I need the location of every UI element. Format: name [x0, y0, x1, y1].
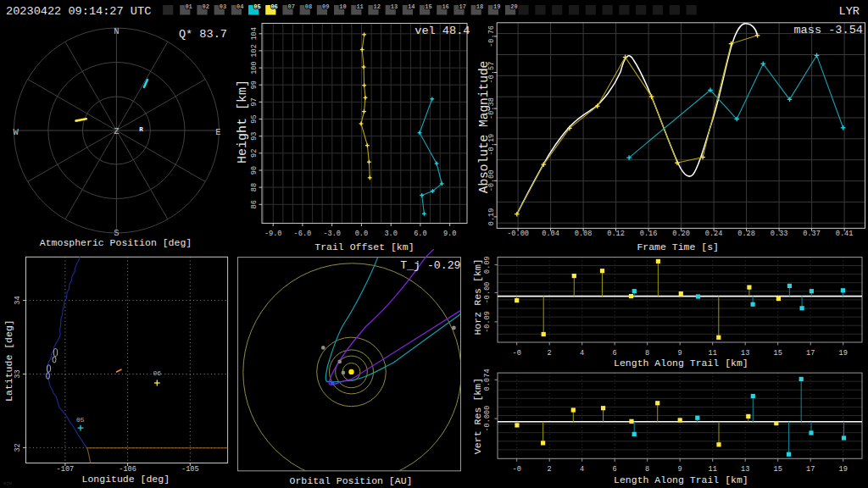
svg-text:93: 93 — [250, 132, 259, 141]
svg-text:100: 100 — [250, 61, 259, 74]
svg-text:-6.0: -6.0 — [294, 230, 312, 238]
svg-text:17: 17 — [806, 349, 815, 358]
svg-text:Height [km]: Height [km] — [236, 80, 250, 164]
svg-text:18: 18 — [476, 3, 483, 10]
svg-text:-0: -0 — [513, 465, 521, 474]
svg-text:0.37: 0.37 — [803, 230, 821, 238]
svg-text:0.16: 0.16 — [640, 230, 658, 238]
svg-text:17: 17 — [459, 3, 466, 10]
svg-text:97: 97 — [250, 97, 259, 106]
svg-text:09: 09 — [322, 3, 329, 10]
svg-text:Trail Offset [km]: Trail Offset [km] — [314, 241, 414, 252]
svg-text:Longitude [deg]: Longitude [deg] — [82, 474, 170, 485]
svg-text:-9.0: -9.0 — [264, 230, 282, 238]
svg-text:0.33: 0.33 — [771, 230, 788, 238]
svg-text:13: 13 — [741, 465, 749, 474]
svg-text:mjw: mjw — [3, 480, 13, 486]
svg-text:vel 48.4: vel 48.4 — [415, 25, 470, 37]
svg-text:0.24: 0.24 — [705, 230, 723, 238]
svg-text:-3.0: -3.0 — [323, 230, 341, 238]
svg-text:9: 9 — [678, 465, 682, 474]
svg-text:R: R — [139, 126, 143, 133]
svg-text:0.12: 0.12 — [607, 230, 625, 238]
svg-text:19: 19 — [493, 3, 500, 10]
svg-text:0.074: 0.074 — [483, 369, 492, 391]
svg-text:92: 92 — [250, 149, 259, 158]
svg-text:15: 15 — [774, 465, 782, 474]
svg-text:19: 19 — [839, 349, 848, 358]
svg-text:2: 2 — [548, 349, 552, 358]
svg-text:2: 2 — [548, 465, 552, 474]
svg-text:-105: -105 — [181, 465, 199, 474]
svg-text:02: 02 — [203, 3, 209, 10]
svg-text:6: 6 — [613, 349, 617, 358]
svg-text:E: E — [215, 127, 220, 137]
svg-text:0.19: 0.19 — [487, 208, 496, 226]
svg-text:04: 04 — [236, 3, 243, 10]
svg-text:104: 104 — [250, 27, 259, 40]
svg-text:13: 13 — [741, 349, 749, 358]
svg-text:05: 05 — [253, 3, 260, 10]
svg-text:Vert Res [km]: Vert Res [km] — [472, 378, 483, 454]
svg-text:13: 13 — [391, 3, 398, 10]
svg-text:95: 95 — [250, 114, 259, 123]
svg-text:20230422 09:14:27 UTC: 20230422 09:14:27 UTC — [6, 5, 151, 18]
svg-text:Length Along Trail [km]: Length Along Trail [km] — [614, 358, 748, 369]
svg-text:-107: -107 — [57, 465, 75, 474]
svg-text:N: N — [114, 26, 119, 36]
svg-text:06: 06 — [270, 3, 277, 10]
svg-text:11: 11 — [709, 465, 717, 474]
svg-text:86: 86 — [250, 200, 259, 208]
svg-text:Frame Time [s]: Frame Time [s] — [637, 241, 719, 252]
svg-text:0.09: 0.09 — [483, 256, 492, 274]
svg-text:Absolute Magnitude: Absolute Magnitude — [477, 61, 491, 194]
svg-text:Horz Res [km]: Horz Res [km] — [472, 258, 483, 335]
svg-text:08: 08 — [305, 3, 312, 10]
svg-text:Z: Z — [114, 126, 119, 136]
svg-text:3.0: 3.0 — [384, 230, 397, 238]
svg-text:Atmospheric Position [deg]: Atmospheric Position [deg] — [40, 237, 192, 248]
svg-text:9.0: 9.0 — [443, 230, 456, 238]
svg-text:0.04: 0.04 — [542, 230, 559, 238]
svg-text:4: 4 — [580, 349, 584, 358]
svg-text:10: 10 — [339, 3, 346, 10]
svg-text:15: 15 — [774, 349, 782, 358]
svg-text:20: 20 — [510, 3, 517, 10]
svg-text:-0.00: -0.00 — [483, 282, 492, 304]
svg-text:T_j -0.29: T_j -0.29 — [400, 259, 460, 272]
svg-text:-0.000: -0.000 — [483, 406, 492, 432]
svg-text:15: 15 — [425, 3, 431, 10]
svg-text:32: 32 — [14, 443, 22, 452]
svg-text:Latitude [deg]: Latitude [deg] — [3, 319, 14, 402]
svg-text:17: 17 — [806, 465, 815, 474]
svg-text:8: 8 — [645, 465, 649, 474]
svg-text:LYR: LYR — [839, 5, 860, 18]
svg-text:0.20: 0.20 — [672, 230, 690, 238]
svg-text:Q* 83.7: Q* 83.7 — [179, 28, 227, 41]
svg-text:-0.00: -0.00 — [507, 230, 529, 238]
svg-text:Orbital Position [AU]: Orbital Position [AU] — [290, 475, 413, 486]
svg-text:4: 4 — [580, 465, 584, 474]
svg-text:0.0: 0.0 — [355, 230, 368, 238]
svg-text:99: 99 — [250, 80, 259, 89]
svg-text:07: 07 — [288, 3, 295, 10]
svg-text:-0.76: -0.76 — [487, 25, 496, 47]
svg-text:03: 03 — [220, 3, 226, 10]
svg-text:0.28: 0.28 — [737, 230, 755, 238]
svg-text:9: 9 — [678, 349, 682, 358]
svg-text:0.08: 0.08 — [575, 230, 593, 238]
svg-text:-0.09: -0.09 — [483, 311, 492, 333]
svg-text:102: 102 — [250, 44, 259, 57]
svg-text:Length Along Trail [km]: Length Along Trail [km] — [614, 474, 748, 485]
svg-text:34: 34 — [14, 296, 22, 304]
svg-text:mass -3.54: mass -3.54 — [793, 24, 863, 36]
svg-text:6.0: 6.0 — [414, 230, 426, 238]
svg-text:0.41: 0.41 — [836, 230, 854, 238]
svg-text:05: 05 — [76, 416, 85, 424]
svg-text:06: 06 — [153, 369, 161, 377]
svg-text:19: 19 — [839, 465, 848, 474]
svg-text:33: 33 — [14, 369, 22, 378]
svg-text:-106: -106 — [119, 465, 136, 474]
svg-text:8: 8 — [645, 349, 649, 358]
svg-text:11: 11 — [709, 349, 717, 358]
